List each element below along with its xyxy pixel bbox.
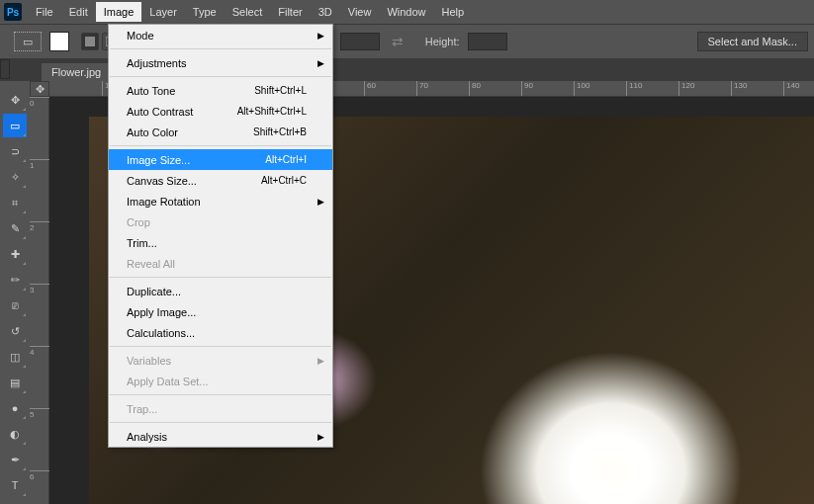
blur-tool[interactable]: ● bbox=[3, 396, 27, 420]
menu-file[interactable]: File bbox=[28, 2, 61, 22]
menu-help[interactable]: Help bbox=[434, 2, 473, 22]
tool-flyout-indicator bbox=[23, 262, 26, 265]
menu-separator bbox=[110, 422, 331, 423]
menu-separator bbox=[110, 394, 331, 395]
ruler-tick: 5 bbox=[30, 408, 49, 419]
menu-item-canvas-size[interactable]: Canvas Size...Alt+Ctrl+C bbox=[109, 170, 332, 191]
menu-image[interactable]: Image bbox=[96, 2, 142, 22]
height-label: Height: bbox=[425, 36, 460, 47]
menu-edit[interactable]: Edit bbox=[61, 2, 96, 22]
menu-item-auto-color[interactable]: Auto ColorShift+Ctrl+B bbox=[109, 122, 332, 142]
foreground-swatch[interactable] bbox=[49, 32, 69, 51]
menu-item-mode[interactable]: Mode▶ bbox=[109, 25, 332, 45]
menu-item-variables: Variables▶ bbox=[109, 350, 332, 371]
menu-item-adjustments[interactable]: Adjustments▶ bbox=[109, 52, 332, 73]
tool-flyout-indicator bbox=[23, 236, 26, 239]
menu-separator bbox=[110, 48, 331, 49]
select-and-mask-button[interactable]: Select and Mask... bbox=[697, 32, 809, 51]
pen-tool[interactable]: ✒ bbox=[3, 448, 27, 471]
menu-item-apply-image[interactable]: Apply Image... bbox=[109, 301, 332, 322]
menu-item-label: Apply Image... bbox=[127, 306, 196, 318]
menu-item-duplicate[interactable]: Duplicate... bbox=[109, 281, 332, 301]
ruler-origin[interactable]: ✥ bbox=[30, 81, 49, 97]
submenu-arrow-icon: ▶ bbox=[317, 58, 324, 68]
menu-item-image-size[interactable]: Image Size...Alt+Ctrl+I bbox=[109, 149, 332, 170]
menu-item-trim[interactable]: Trim... bbox=[109, 232, 332, 253]
menu-item-crop: Crop bbox=[109, 211, 332, 232]
gradient-tool[interactable]: ▤ bbox=[3, 371, 27, 394]
menu-item-auto-tone[interactable]: Auto ToneShift+Ctrl+L bbox=[109, 80, 332, 101]
menu-item-label: Reveal All bbox=[127, 258, 175, 270]
tool-flyout-indicator bbox=[23, 467, 26, 470]
menu-shortcut: Shift+Ctrl+B bbox=[253, 126, 307, 137]
marquee-tool[interactable]: ▭ bbox=[3, 114, 27, 137]
menu-shortcut: Alt+Shift+Ctrl+L bbox=[237, 106, 307, 117]
tool-flyout-indicator bbox=[23, 159, 26, 162]
tool-flyout-indicator bbox=[23, 390, 26, 393]
eraser-tool[interactable]: ◫ bbox=[3, 345, 27, 369]
menu-type[interactable]: Type bbox=[185, 2, 225, 22]
ruler-tick: 140 bbox=[783, 81, 799, 97]
menubar: Ps FileEditImageLayerTypeSelectFilter3DV… bbox=[0, 0, 814, 24]
submenu-arrow-icon: ▶ bbox=[317, 197, 324, 207]
app-logo: Ps bbox=[4, 3, 22, 21]
menu-item-calculations[interactable]: Calculations... bbox=[109, 322, 332, 343]
menu-item-label: Auto Contrast bbox=[127, 106, 193, 118]
menu-filter[interactable]: Filter bbox=[270, 2, 310, 22]
magic-wand-tool[interactable]: ✧ bbox=[3, 165, 27, 189]
menu-item-apply-data-set: Apply Data Set... bbox=[109, 371, 332, 391]
menu-item-label: Crop bbox=[127, 216, 150, 228]
dodge-tool[interactable]: ◐ bbox=[3, 422, 27, 446]
ruler-tick: 120 bbox=[678, 81, 694, 97]
ruler-tick: 4 bbox=[30, 346, 49, 357]
brush-tool[interactable]: ✏ bbox=[3, 268, 27, 292]
tool-flyout-indicator bbox=[23, 133, 26, 136]
menu-item-label: Apply Data Set... bbox=[127, 376, 209, 387]
menu-layer[interactable]: Layer bbox=[141, 2, 185, 22]
crop-tool[interactable]: ⌗ bbox=[3, 191, 27, 214]
selection-new-icon[interactable] bbox=[81, 33, 99, 50]
ruler-tick: 100 bbox=[574, 81, 589, 97]
type-tool[interactable]: T bbox=[3, 473, 27, 497]
healing-brush-tool[interactable]: ✚ bbox=[3, 242, 27, 266]
menu-item-label: Trim... bbox=[127, 237, 157, 249]
menu-item-analysis[interactable]: Analysis▶ bbox=[109, 426, 332, 447]
menu-item-image-rotation[interactable]: Image Rotation▶ bbox=[109, 191, 332, 211]
ruler-tick: 6 bbox=[30, 470, 49, 481]
menu-window[interactable]: Window bbox=[379, 2, 433, 22]
tool-preset-icon[interactable]: ▭ bbox=[14, 32, 42, 51]
panel-tab[interactable] bbox=[0, 59, 10, 79]
menu-view[interactable]: View bbox=[340, 2, 380, 22]
ruler-vertical[interactable]: 0123456 bbox=[30, 81, 49, 504]
submenu-arrow-icon: ▶ bbox=[317, 432, 324, 442]
height-field[interactable] bbox=[468, 33, 507, 50]
ruler-tick: 0 bbox=[30, 97, 49, 108]
menu-separator bbox=[110, 277, 331, 278]
document-tab-label: Flower.jpg bbox=[51, 66, 101, 78]
move-tool[interactable]: ✥ bbox=[3, 88, 27, 112]
ruler-tick: 1 bbox=[30, 159, 49, 170]
menu-item-label: Auto Color bbox=[127, 126, 178, 138]
menu-item-reveal-all: Reveal All bbox=[109, 253, 332, 274]
tool-flyout-indicator bbox=[23, 339, 26, 342]
clone-stamp-tool[interactable]: ⎚ bbox=[3, 294, 27, 317]
tool-flyout-indicator bbox=[23, 108, 26, 111]
menu-select[interactable]: Select bbox=[225, 2, 271, 22]
menu-item-label: Image Rotation bbox=[127, 196, 201, 208]
tool-flyout-indicator bbox=[23, 210, 26, 213]
lasso-tool[interactable]: ⊃ bbox=[3, 139, 27, 163]
menu-item-label: Mode bbox=[127, 30, 154, 42]
eyedropper-tool[interactable]: ✎ bbox=[3, 216, 27, 240]
width-field[interactable] bbox=[340, 33, 380, 50]
ruler-tick: 130 bbox=[731, 81, 747, 97]
image-menu-dropdown: Mode▶Adjustments▶Auto ToneShift+Ctrl+LAu… bbox=[108, 24, 333, 448]
menu-3d[interactable]: 3D bbox=[311, 2, 340, 22]
menu-item-trap: Trap... bbox=[109, 398, 332, 419]
tool-flyout-indicator bbox=[23, 416, 26, 419]
submenu-arrow-icon: ▶ bbox=[317, 356, 324, 366]
menu-item-auto-contrast[interactable]: Auto ContrastAlt+Shift+Ctrl+L bbox=[109, 101, 332, 122]
ruler-tick: 60 bbox=[364, 81, 376, 97]
menu-item-label: Canvas Size... bbox=[127, 175, 197, 187]
swap-dimensions-icon[interactable]: ⇄ bbox=[392, 34, 404, 49]
history-brush-tool[interactable]: ↺ bbox=[3, 319, 27, 343]
